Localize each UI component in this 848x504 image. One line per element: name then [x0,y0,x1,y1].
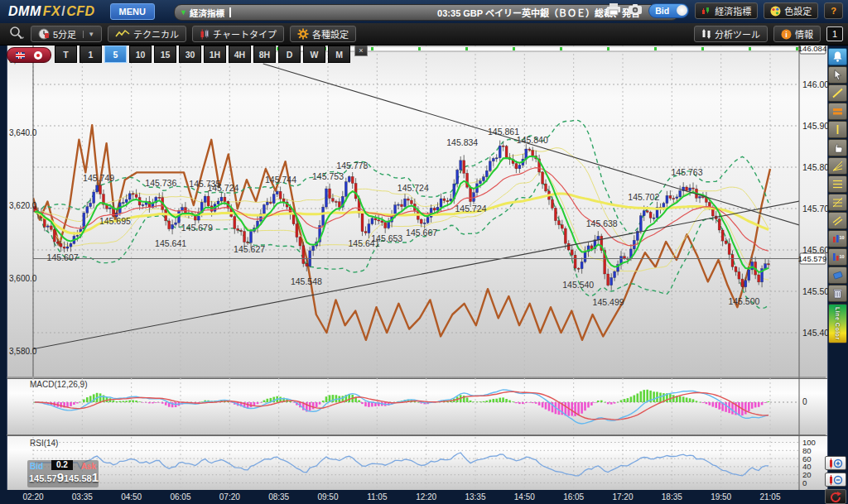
time-label: 07:20 [219,492,240,502]
uk-flag-icon [16,52,25,59]
horizontal-band-icon[interactable] [828,103,847,120]
bid-toggle-label: Bid [655,6,669,16]
fib-extension-icon[interactable] [828,194,847,211]
time-label: 06:05 [170,492,190,502]
timeframe-tab-4h[interactable]: 4H [229,46,251,63]
time-label: 02:20 [22,492,43,502]
time-label: 14:50 [514,492,535,502]
technical-button[interactable]: テクニカル [108,26,186,42]
refresh-button[interactable] [825,489,846,504]
time-label: 13:35 [465,492,485,502]
logo-dmm: DMM [8,4,41,19]
trend-line-icon[interactable] [828,84,847,102]
fan-lines-icon[interactable] [828,157,847,175]
eraser-icon[interactable] [828,266,847,284]
toggle-knob [677,5,687,16]
time-label: 08:35 [268,492,289,502]
zoom-range-icon[interactable] [8,26,25,43]
time-label: 19:50 [711,492,731,502]
vertical-line-icon[interactable] [828,121,847,138]
top-bar: DMM FX / CFD MENU ▼ 経済指標 03:35 GBP ベイリー英… [0,0,848,23]
cursor-icon[interactable] [828,66,847,84]
info-button[interactable]: i 情報 [773,26,821,42]
ticker-tag-label: 経済指標 [190,7,224,19]
timeframe-tab-bar: T151015301H4H8HDWM × [7,46,368,63]
japan-flag-icon [34,51,42,60]
chart-type-label: チャートタイプ [213,27,277,41]
candles-icon [701,6,711,16]
line-color-button[interactable]: Line Color [828,304,847,343]
settings-label: 各種設定 [312,27,349,41]
economic-indicator-button[interactable]: 経済指標 [695,2,758,19]
logo-cfd: CFD [66,4,94,19]
print-icon[interactable] [605,2,622,19]
channel-lines-icon[interactable] [828,212,847,229]
bid-ask-toggle[interactable]: Bid [648,3,689,18]
drawing-toolbar: 1010Line Color [828,48,846,343]
time-axis: 02:2003:3504:5006:0507:2008:3509:5011:05… [0,490,848,504]
economic-indicator-label: 経済指標 [715,4,751,17]
analysis-icon [701,29,711,39]
timeframe-tab-w[interactable]: W [303,46,325,63]
window-count-button[interactable]: 1 [826,26,843,41]
bar-pattern-10-icon[interactable]: 10 [828,230,847,247]
news-ticker[interactable]: ▼ 経済指標 03:35 GBP ベイリー英中銀（ＢＯＥ）総裁、発言 [174,4,679,21]
timeframe-tab-30[interactable]: 30 [179,46,201,63]
timeframe-tab-m[interactable]: M [328,46,350,63]
timeframe-tab-5[interactable]: 5 [104,46,127,63]
timeframe-tab-1[interactable]: 1 [80,46,102,63]
time-label: 18:35 [662,492,682,502]
ask-price: 145.581 [64,472,99,483]
analysis-tools-label: 分析ツール [715,27,760,41]
bid-price: 145.579 [29,472,64,483]
svg-text:10: 10 [839,235,844,240]
timeframe-tab-10[interactable]: 10 [129,46,152,63]
svg-text:10: 10 [839,254,844,259]
settings-button[interactable]: 各種設定 [290,26,356,42]
time-label: 11:05 [367,492,387,502]
palette-icon [770,6,781,17]
info-label: 情報 [795,27,813,41]
timeframe-tab-15[interactable]: 15 [154,46,176,63]
spread-value: 0.2 [51,460,73,470]
currency-pair-tab-gbpjpy[interactable] [7,47,51,63]
time-label: 16:05 [563,492,584,502]
timeframe-select[interactable]: 5分足 ▼ [31,26,102,42]
bid-ask-box: Bid 0.2 Ask 145.579 145.581 [27,460,99,487]
close-icon[interactable]: × [354,44,368,56]
technical-label: テクニカル [133,27,179,41]
rsi-panel [7,435,827,492]
timeframe-tab-d[interactable]: D [278,46,301,63]
analysis-tools-button[interactable]: 分析ツール [694,26,768,42]
svg-text:i: i [785,30,788,38]
chevron-down-icon: ▼ [83,31,94,38]
zigzag-icon [115,29,130,39]
ticker-divider [229,7,231,17]
chart-canvas[interactable] [33,46,799,377]
hand-icon[interactable] [828,139,847,156]
timeframe-tab-1h[interactable]: 1H [204,46,226,63]
camera-icon[interactable] [628,3,643,18]
zoom-in-button[interactable] [825,456,846,470]
time-label: 03:35 [72,492,93,502]
app-logo: DMM FX / CFD [8,4,95,19]
logo-slash: / [61,4,65,19]
trash-icon[interactable] [828,285,847,302]
time-label: 04:50 [121,492,142,502]
timeframe-label: 5分足 [53,27,76,41]
macd-panel [7,378,827,436]
timeframe-tab-8h[interactable]: 8H [253,46,276,63]
zoom-out-button[interactable] [825,473,846,487]
bar-pattern-10-alt-icon[interactable]: 10 [828,248,847,266]
info-icon: i [781,29,792,40]
alert-bell-icon[interactable] [828,48,847,65]
menu-button[interactable]: MENU [110,3,155,20]
timeframe-tab-t[interactable]: T [55,46,77,63]
color-settings-button[interactable]: 色設定 [764,2,818,19]
fib-retracement-icon[interactable] [828,175,847,193]
chart-type-button[interactable]: チャートタイプ [192,26,284,42]
help-button[interactable]: ? [824,2,843,19]
triangle-down-icon: ▼ [180,8,187,17]
ticker-tag[interactable]: ▼ 経済指標 [175,7,229,19]
color-settings-label: 色設定 [784,4,812,17]
